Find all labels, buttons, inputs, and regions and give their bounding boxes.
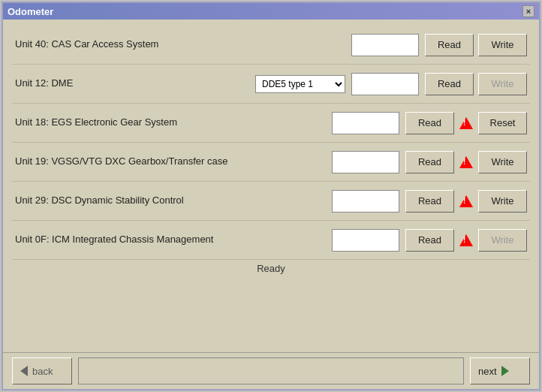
warning-icon-unit-0f bbox=[459, 233, 474, 248]
main-window: Odometer × Unit 40: CAS Car Access Syste… bbox=[2, 2, 540, 390]
next-arrow-icon bbox=[501, 366, 509, 376]
value-box-unit-18 bbox=[332, 112, 399, 134]
write-button-unit-12: Write bbox=[478, 73, 527, 95]
unit-row-unit-19: Unit 19: VGSG/VTG DXC Gearbox/Transfer c… bbox=[12, 143, 530, 182]
btn-group-unit-19: ReadWrite bbox=[405, 151, 527, 173]
window-title: Odometer bbox=[8, 6, 53, 17]
read-button-unit-12[interactable]: Read bbox=[425, 73, 474, 95]
status-text: Ready bbox=[257, 263, 285, 274]
back-label: back bbox=[32, 366, 53, 377]
read-button-unit-19[interactable]: Read bbox=[405, 151, 454, 173]
title-bar: Odometer × bbox=[3, 3, 539, 20]
unit-row-unit-29: Unit 29: DSC Dynamic Stability ControlRe… bbox=[12, 182, 530, 221]
warning-icon-unit-18 bbox=[459, 116, 474, 131]
write-button-unit-29[interactable]: Write bbox=[478, 190, 527, 213]
read-button-unit-0f[interactable]: Read bbox=[405, 229, 454, 252]
unit-label-unit-18: Unit 18: EGS Electronic Gear System bbox=[15, 116, 332, 129]
warning-icon-unit-29 bbox=[459, 194, 474, 209]
write-button-unit-40[interactable]: Write bbox=[478, 34, 527, 56]
reset-button-unit-18[interactable]: Reset bbox=[478, 112, 527, 134]
btn-group-unit-0f: ReadWrite bbox=[405, 229, 527, 252]
content-area: Unit 40: CAS Car Access SystemReadWriteU… bbox=[3, 20, 539, 352]
unit-row-unit-18: Unit 18: EGS Electronic Gear SystemReadR… bbox=[12, 104, 530, 143]
back-button[interactable]: back bbox=[12, 357, 72, 384]
value-box-unit-40 bbox=[351, 34, 419, 56]
value-box-unit-19 bbox=[332, 151, 399, 173]
value-box-unit-29 bbox=[332, 190, 399, 213]
unit-label-unit-19: Unit 19: VGSG/VTG DXC Gearbox/Transfer c… bbox=[15, 155, 332, 168]
btn-group-unit-18: ReadReset bbox=[405, 112, 527, 134]
btn-group-unit-12: ReadWrite bbox=[425, 73, 527, 95]
unit-row-unit-12: Unit 12: DMEDDE5 type 1DDE5 type 2DDE6Re… bbox=[12, 65, 530, 104]
units-container: Unit 40: CAS Car Access SystemReadWriteU… bbox=[12, 26, 530, 260]
footer-input bbox=[78, 357, 464, 384]
footer: back next bbox=[3, 352, 539, 389]
status-bar: Ready bbox=[12, 260, 530, 277]
unit-label-unit-0f: Unit 0F: ICM Integrated Chassis Manageme… bbox=[15, 234, 332, 246]
read-button-unit-29[interactable]: Read bbox=[405, 190, 454, 213]
write-button-unit-0f: Write bbox=[478, 229, 527, 252]
read-button-unit-40[interactable]: Read bbox=[425, 34, 474, 56]
value-box-unit-0f bbox=[332, 229, 399, 252]
unit-select-unit-12[interactable]: DDE5 type 1DDE5 type 2DDE6 bbox=[255, 75, 345, 93]
unit-row-unit-40: Unit 40: CAS Car Access SystemReadWrite bbox=[12, 26, 530, 65]
unit-label-unit-12: Unit 12: DME bbox=[15, 77, 255, 90]
next-button[interactable]: next bbox=[470, 357, 530, 384]
unit-label-unit-40: Unit 40: CAS Car Access System bbox=[15, 38, 351, 51]
unit-dropdown-unit-12: DDE5 type 1DDE5 type 2DDE6 bbox=[255, 75, 345, 93]
unit-row-unit-0f: Unit 0F: ICM Integrated Chassis Manageme… bbox=[12, 221, 530, 260]
back-arrow-icon bbox=[20, 366, 28, 376]
write-button-unit-19[interactable]: Write bbox=[478, 151, 527, 173]
btn-group-unit-40: ReadWrite bbox=[425, 34, 527, 56]
next-label: next bbox=[478, 366, 497, 377]
close-button[interactable]: × bbox=[522, 5, 534, 17]
read-button-unit-18[interactable]: Read bbox=[405, 112, 454, 134]
btn-group-unit-29: ReadWrite bbox=[405, 190, 527, 213]
warning-icon-unit-19 bbox=[459, 155, 474, 170]
value-box-unit-12 bbox=[351, 73, 419, 95]
unit-label-unit-29: Unit 29: DSC Dynamic Stability Control bbox=[15, 194, 332, 207]
